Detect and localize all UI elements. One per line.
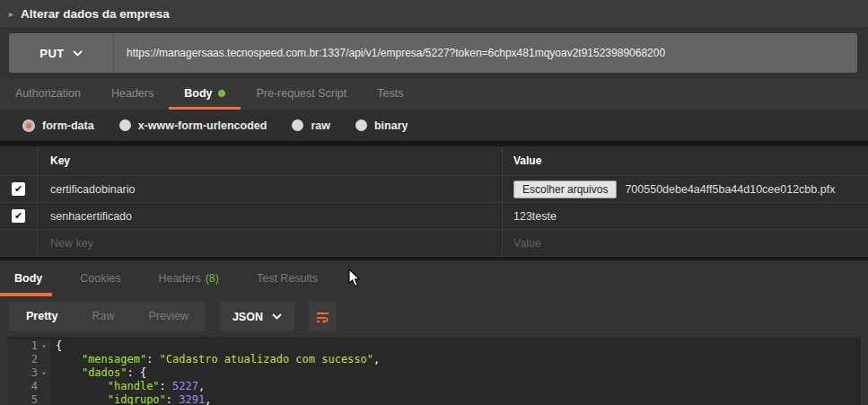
response-tabs: Body Cookies Headers(8) Test Results: [0, 260, 868, 296]
new-key-input[interactable]: New key: [50, 237, 93, 250]
column-header-key: Key: [38, 146, 503, 175]
chevron-down-icon: [73, 50, 83, 57]
active-tab-underline: [0, 293, 52, 296]
body-mode-row: form-data x-www-form-urlencoded raw bina…: [0, 110, 868, 141]
form-data-table: Key Value ✔ certificadobinario Escolher …: [0, 146, 868, 257]
body-has-content-dot: [218, 90, 225, 97]
mode-binary[interactable]: binary: [355, 119, 408, 132]
response-tab-cookies[interactable]: Cookies: [80, 272, 120, 285]
line-number: 5: [7, 393, 38, 405]
radio-icon: [119, 119, 131, 131]
code-line: 1▾{: [7, 339, 861, 353]
mode-raw-label: raw: [311, 119, 330, 132]
code-text: "dados": {: [50, 366, 146, 380]
value-input[interactable]: 123teste: [513, 210, 557, 223]
word-wrap-button[interactable]: [309, 302, 337, 331]
request-title: Alterar dados da empresa: [21, 7, 170, 21]
column-header-value: Value: [503, 146, 868, 175]
table-header-row: Key Value: [0, 146, 868, 176]
tab-tests[interactable]: Tests: [362, 79, 418, 110]
preview-button[interactable]: Preview: [131, 302, 205, 331]
fold-caret-icon[interactable]: ▾: [38, 366, 50, 380]
new-value-input[interactable]: Value: [513, 237, 541, 250]
fold-gutter: [38, 380, 50, 393]
code-text: {: [50, 339, 62, 353]
table-row: ✔ certificadobinario Escolher arquivos 7…: [0, 176, 868, 203]
url-row: PUT https://managersaas.tecnospeed.com.b…: [0, 27, 868, 79]
chevron-down-icon: [272, 313, 282, 320]
tab-body[interactable]: Body: [169, 79, 241, 110]
code-line: 4 "handle": 5227,: [7, 380, 861, 393]
mode-urlencoded-label: x-www-form-urlencoded: [138, 119, 267, 132]
mode-form-data-label: form-data: [42, 119, 94, 132]
row-checkbox[interactable]: ✔: [12, 182, 25, 196]
fold-gutter: [38, 393, 50, 405]
tab-pre-request-script[interactable]: Pre-request Script: [241, 79, 362, 110]
code-text: "mensagem": "Cadastro atualizado com suc…: [50, 353, 380, 366]
request-title-bar: ▸ Alterar dados da empresa: [0, 0, 868, 27]
url-text: https://managersaas.tecnospeed.com.br:13…: [127, 47, 665, 59]
tab-headers[interactable]: Headers: [96, 79, 169, 110]
pretty-button[interactable]: Pretty: [9, 302, 75, 331]
mode-binary-label: binary: [374, 119, 408, 132]
word-wrap-icon: [315, 310, 330, 324]
tab-authorization-label: Authorization: [15, 87, 81, 100]
tab-tests-label: Tests: [377, 87, 403, 100]
line-number: 2: [7, 353, 38, 366]
response-tab-headers-label: Headers: [158, 272, 200, 285]
radio-icon: [355, 119, 367, 131]
code-text: "handle": 5227,: [50, 380, 205, 393]
code-text: "idgrupo": 3291,: [50, 393, 211, 405]
code-line: 5 "idgrupo": 3291,: [7, 393, 861, 405]
key-input[interactable]: certificadobinario: [50, 183, 136, 196]
request-tabs: Authorization Headers Body Pre-request S…: [0, 79, 868, 110]
file-name: 700550debe4a4ff5ba44d10cee012cbb.pfx: [625, 183, 835, 196]
response-toolbar: Pretty Raw Preview JSON: [0, 296, 868, 337]
response-body-panel: 1▾{2 "mensagem": "Cadastro atualizado co…: [0, 337, 868, 405]
tab-headers-label: Headers: [111, 87, 153, 100]
mode-form-data[interactable]: form-data: [22, 119, 94, 132]
mode-raw[interactable]: raw: [292, 119, 330, 132]
format-label: JSON: [232, 311, 263, 323]
row-checkbox[interactable]: ✔: [12, 209, 25, 223]
format-select[interactable]: JSON: [220, 302, 294, 331]
raw-button[interactable]: Raw: [75, 302, 131, 331]
fold-caret-icon[interactable]: ▾: [38, 339, 50, 353]
table-row: ✔ senhacertificado 123teste: [0, 203, 868, 230]
response-tab-headers[interactable]: Headers(8): [158, 272, 219, 285]
tab-pre-request-script-label: Pre-request Script: [256, 87, 346, 100]
line-number: 1: [7, 339, 38, 353]
code-line: 3▾ "dados": {: [7, 366, 861, 380]
key-input[interactable]: senhacertificado: [50, 210, 132, 223]
line-number: 4: [7, 380, 38, 393]
view-mode-group: Pretty Raw Preview: [9, 302, 206, 331]
headers-count-badge: (8): [206, 272, 219, 285]
response-tab-body[interactable]: Body: [14, 272, 42, 285]
code-line: 2 "mensagem": "Cadastro atualizado com s…: [7, 353, 861, 366]
collapse-caret-icon[interactable]: ▸: [9, 9, 13, 19]
line-number: 3: [7, 366, 38, 380]
mode-x-www-form-urlencoded[interactable]: x-www-form-urlencoded: [119, 119, 267, 132]
fold-gutter: [38, 353, 50, 366]
radio-icon: [292, 119, 303, 131]
tab-body-label: Body: [184, 87, 212, 100]
method-label: PUT: [39, 47, 65, 60]
tab-authorization[interactable]: Authorization: [0, 79, 96, 110]
table-new-row: New key Value: [0, 230, 868, 257]
new-row-checkbox-cell: [0, 230, 38, 256]
json-editor[interactable]: 1▾{2 "mensagem": "Cadastro atualizado co…: [7, 337, 861, 405]
url-bar: PUT https://managersaas.tecnospeed.com.b…: [9, 33, 857, 73]
method-select[interactable]: PUT: [9, 33, 114, 73]
response-tab-test-results[interactable]: Test Results: [257, 272, 318, 285]
url-input[interactable]: https://managersaas.tecnospeed.com.br:13…: [114, 33, 857, 73]
header-checkbox-cell: [0, 146, 38, 175]
choose-file-button[interactable]: Escolher arquivos: [513, 180, 617, 198]
radio-selected-icon: [22, 119, 35, 132]
